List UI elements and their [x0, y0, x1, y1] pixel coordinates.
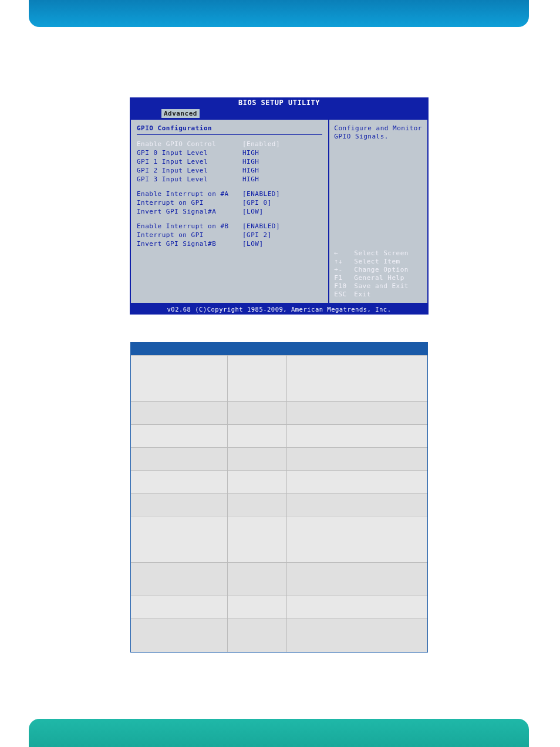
table-cell: [287, 356, 427, 401]
table-cell: [131, 402, 228, 424]
table-header: [131, 343, 427, 355]
help-key-desc: General Help: [354, 274, 404, 282]
option-label: GPI 2 Input Level: [137, 167, 242, 174]
table-cell: [287, 471, 427, 493]
bios-left-panel: GPIO Configuration Enable GPIO Control[E…: [130, 119, 328, 304]
table-row: [131, 596, 427, 618]
help-key-row: +-Change Option: [334, 266, 423, 273]
table-cell: [287, 494, 427, 516]
option-value: [LOW]: [242, 208, 264, 215]
bios-option-row[interactable]: Interrupt on GPI[GPI 0]: [137, 198, 322, 207]
section-title: GPIO Configuration: [137, 124, 322, 132]
table-cell: [131, 516, 228, 562]
table-cell: [131, 563, 228, 596]
table-cell: [131, 471, 228, 493]
bios-title: BIOS SETUP UTILITY: [130, 97, 429, 108]
table-cell: [228, 448, 287, 470]
table-row: [131, 424, 427, 447]
help-key: ↑↓: [334, 258, 354, 265]
config-table: [130, 342, 428, 653]
bios-option-row[interactable]: Invert GPI Signal#B[LOW]: [137, 239, 322, 248]
table-cell: [131, 494, 228, 516]
table-row: [131, 618, 427, 652]
option-value: HIGH: [242, 167, 259, 174]
table-cell: [131, 596, 228, 618]
help-key-row: F10Save and Exit: [334, 282, 423, 290]
table-row: [131, 447, 427, 470]
table-cell: [287, 563, 427, 596]
help-key-desc: Select Screen: [354, 249, 409, 257]
table-cell: [228, 596, 287, 618]
option-value: [Enabled]: [242, 140, 280, 148]
option-label: Enable Interrupt on #B: [137, 222, 242, 230]
help-key-desc: Exit: [354, 290, 371, 298]
help-key-row: ESCExit: [334, 290, 423, 298]
bios-footer: v02.68 (C)Copyright 1985-2009, American …: [130, 304, 429, 315]
bios-option-row[interactable]: Enable Interrupt on #A[ENABLED]: [137, 190, 322, 198]
table-cell: [131, 356, 228, 401]
table-cell: [228, 425, 287, 447]
option-label: GPI 0 Input Level: [137, 149, 242, 157]
bios-body: GPIO Configuration Enable GPIO Control[E…: [130, 119, 429, 304]
table-row: [131, 562, 427, 596]
table-cell: [287, 596, 427, 618]
option-label: GPI 1 Input Level: [137, 158, 242, 165]
table-cell: [228, 356, 287, 401]
help-key-row: ←Select Screen: [334, 249, 423, 257]
option-label: Enable GPIO Control: [137, 140, 242, 148]
table-row: [131, 516, 427, 562]
table-row: [131, 401, 427, 424]
bios-option-row[interactable]: Enable Interrupt on #B[ENABLED]: [137, 222, 322, 231]
table-cell: [228, 563, 287, 596]
help-key-desc: Change Option: [354, 266, 409, 273]
bios-option-row[interactable]: GPI 1 Input LevelHIGH: [137, 157, 322, 166]
option-value: [LOW]: [242, 240, 264, 248]
help-key-row: F1General Help: [334, 274, 423, 282]
help-key: ESC: [334, 290, 354, 298]
help-key-desc: Select Item: [354, 258, 400, 265]
help-key: F10: [334, 282, 354, 290]
help-keys: ←Select Screen↑↓Select Item+-Change Opti…: [334, 249, 423, 298]
option-value: [ENABLED]: [242, 222, 280, 230]
bios-right-panel: Configure and Monitor GPIO Signals. ←Sel…: [328, 119, 429, 304]
bios-option-row[interactable]: GPI 2 Input LevelHIGH: [137, 166, 322, 175]
table-row: [131, 470, 427, 493]
table-cell: [228, 471, 287, 493]
bios-option-row[interactable]: GPI 0 Input LevelHIGH: [137, 148, 322, 157]
table-cell: [131, 425, 228, 447]
bios-option-row[interactable]: Invert GPI Signal#A[LOW]: [137, 207, 322, 216]
table-cell: [287, 425, 427, 447]
bios-screenshot: BIOS SETUP UTILITY Advanced GPIO Configu…: [130, 97, 429, 322]
bios-tabbar: Advanced: [130, 108, 429, 119]
option-value: [GPI 0]: [242, 199, 272, 207]
option-label: Interrupt on GPI: [137, 199, 242, 207]
table-cell: [131, 448, 228, 470]
section-divider: [137, 134, 322, 135]
option-label: Enable Interrupt on #A: [137, 190, 242, 198]
option-value: HIGH: [242, 158, 259, 165]
bottom-banner: [29, 719, 529, 747]
table-row: [131, 493, 427, 516]
table-cell: [287, 448, 427, 470]
option-label: Interrupt on GPI: [137, 231, 242, 239]
help-text: Configure and Monitor GPIO Signals.: [334, 124, 423, 141]
option-label: GPI 3 Input Level: [137, 175, 242, 183]
table-cell: [228, 494, 287, 516]
option-value: [GPI 2]: [242, 231, 272, 239]
bios-option-row[interactable]: GPI 3 Input LevelHIGH: [137, 175, 322, 184]
bios-option-row[interactable]: Enable GPIO Control[Enabled]: [137, 140, 322, 148]
table-cell: [131, 619, 228, 652]
table-cell: [228, 402, 287, 424]
table-row: [131, 355, 427, 401]
option-value: HIGH: [242, 175, 259, 183]
bios-option-row[interactable]: Interrupt on GPI[GPI 2]: [137, 231, 322, 239]
tab-advanced[interactable]: Advanced: [161, 109, 200, 118]
help-key: ←: [334, 249, 354, 257]
table-cell: [287, 402, 427, 424]
table-cell: [228, 619, 287, 652]
help-key: F1: [334, 274, 354, 282]
option-label: Invert GPI Signal#A: [137, 208, 242, 215]
table-cell: [287, 619, 427, 652]
table-cell: [228, 516, 287, 562]
top-banner: [29, 0, 529, 27]
